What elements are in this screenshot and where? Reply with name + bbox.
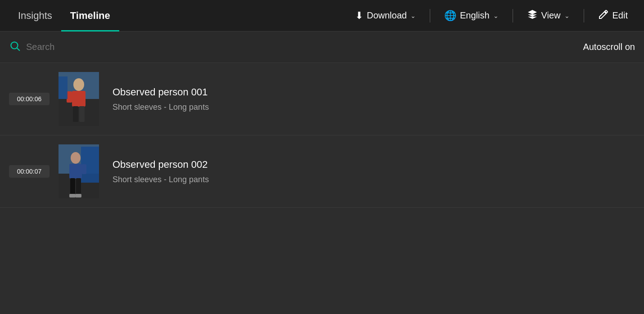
nav-actions: ⬇ Download ⌄ 🌐 English ⌄ View ⌄ xyxy=(348,5,635,26)
divider-3 xyxy=(584,9,584,22)
search-input[interactable] xyxy=(26,42,583,52)
download-icon: ⬇ xyxy=(355,10,363,22)
language-chevron-icon: ⌄ xyxy=(493,12,499,19)
view-button[interactable]: View ⌄ xyxy=(520,5,577,26)
svg-rect-18 xyxy=(82,164,86,174)
nav-tabs: Insights Timeline xyxy=(9,0,119,31)
tab-timeline-label: Timeline xyxy=(70,10,110,22)
svg-rect-7 xyxy=(73,106,78,122)
search-bar: Autoscroll on xyxy=(0,31,644,63)
timeline-item-001[interactable]: 00:00:06 Observed per xyxy=(0,63,644,135)
svg-rect-16 xyxy=(70,178,75,195)
svg-rect-17 xyxy=(76,178,81,195)
svg-rect-10 xyxy=(59,76,68,99)
item-title-001: Observed person 001 xyxy=(113,86,209,98)
svg-point-14 xyxy=(71,152,81,164)
download-label: Download xyxy=(367,10,407,21)
item-subtitle-002: Short sleeves - Long pants xyxy=(113,175,209,184)
svg-rect-8 xyxy=(79,106,85,122)
svg-rect-20 xyxy=(75,194,81,197)
svg-point-0 xyxy=(11,42,18,49)
search-icon xyxy=(9,40,21,54)
item-subtitle-001: Short sleeves - Long pants xyxy=(113,103,209,112)
svg-rect-15 xyxy=(69,164,82,179)
globe-icon: 🌐 xyxy=(444,10,456,22)
timestamp-001: 00:00:06 xyxy=(9,93,50,105)
timeline-item-002[interactable]: 00:00:07 Obs xyxy=(0,135,644,208)
tab-insights-label: Insights xyxy=(18,10,52,22)
edit-label: Edit xyxy=(612,10,628,21)
timeline-list: 00:00:06 Observed per xyxy=(0,63,644,208)
item-info-002: Observed person 002 Short sleeves - Long… xyxy=(113,159,209,184)
view-label: View xyxy=(541,10,561,21)
timestamp-002: 00:00:07 xyxy=(9,165,50,178)
language-button[interactable]: 🌐 English ⌄ xyxy=(437,6,506,25)
item-info-001: Observed person 001 Short sleeves - Long… xyxy=(113,86,209,112)
item-title-002: Observed person 002 xyxy=(113,159,209,170)
download-chevron-icon: ⌄ xyxy=(410,12,416,19)
svg-rect-6 xyxy=(72,91,86,107)
top-nav: Insights Timeline ⬇ Download ⌄ 🌐 English… xyxy=(0,0,644,31)
view-chevron-icon: ⌄ xyxy=(564,12,570,19)
autoscroll-label: Autoscroll on xyxy=(583,42,635,52)
svg-rect-19 xyxy=(69,194,76,197)
layers-icon xyxy=(527,9,538,22)
tab-insights[interactable]: Insights xyxy=(9,0,61,31)
thumbnail-002 xyxy=(59,144,99,198)
divider-2 xyxy=(513,9,513,22)
svg-line-1 xyxy=(17,48,20,50)
divider-1 xyxy=(430,9,430,22)
svg-point-5 xyxy=(73,78,84,91)
download-button[interactable]: ⬇ Download ⌄ xyxy=(348,6,423,25)
edit-icon xyxy=(598,9,609,22)
thumbnail-001 xyxy=(59,72,99,126)
edit-button[interactable]: Edit xyxy=(591,5,635,26)
language-label: English xyxy=(460,10,490,21)
tab-timeline[interactable]: Timeline xyxy=(61,0,119,31)
